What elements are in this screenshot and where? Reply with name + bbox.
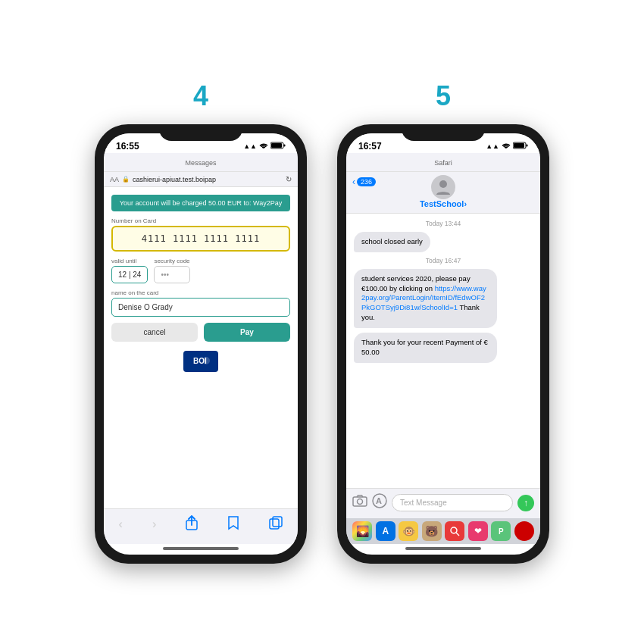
phone5-time: 16:57 (358, 141, 382, 152)
phone4-app-label: Messages (185, 159, 216, 167)
phone5-shell: 16:57 ▲▲ Safari (337, 124, 549, 564)
phone4-signal-icon: ▲▲ (243, 142, 257, 150)
card-number-section: Number on Card 4111 1111 1111 1111 (111, 217, 290, 252)
card-number-label: Number on Card (111, 217, 290, 224)
name-field[interactable]: Denise O Grady (111, 298, 290, 317)
kb-memoji-icon[interactable]: 🐵 (399, 521, 418, 541)
bookmarks-button[interactable] (227, 515, 239, 533)
messages-header: ‹ 236 TestSchool› (346, 172, 540, 214)
svg-point-5 (202, 357, 210, 364)
phone4-wifi-icon (259, 142, 268, 151)
browser-url[interactable]: cashierui-apiuat.test.boipap (133, 176, 283, 183)
security-label: security code (154, 258, 189, 264)
payment-content: Your account will be charged 50.00 EUR t… (104, 187, 298, 508)
phone5-screen: 16:57 ▲▲ Safari (346, 133, 540, 555)
card-number-field[interactable]: 4111 1111 1111 1111 (111, 226, 290, 252)
kb-search-icon[interactable] (445, 521, 464, 541)
send-icon: ↑ (524, 498, 528, 508)
phone4-notch (159, 124, 242, 141)
lock-icon: 🔒 (122, 176, 130, 183)
pay-button[interactable]: Pay (204, 323, 290, 342)
message-bubble-1: school closed early (354, 232, 430, 252)
contact-name[interactable]: TestSchool› (420, 199, 467, 208)
phone4-home-indicator (163, 547, 239, 550)
back-badge[interactable]: ‹ 236 (352, 177, 376, 187)
camera-icon[interactable] (352, 495, 367, 511)
boi-badge: BOI (183, 351, 218, 372)
svg-rect-1 (271, 143, 282, 148)
timestamp-1647: Today 16:47 (354, 257, 533, 264)
svg-point-14 (358, 499, 363, 505)
payment-buttons: cancel Pay (111, 323, 290, 342)
tabs-button[interactable] (269, 516, 283, 533)
svg-text:A: A (376, 496, 382, 505)
phone4-shell: 16:55 ▲▲ Messages (95, 124, 307, 564)
phone4-battery-icon (270, 142, 286, 151)
appstore-icon[interactable]: A (372, 493, 387, 512)
browser-aa[interactable]: AA (110, 176, 119, 183)
svg-rect-8 (273, 517, 282, 527)
name-section: name on the card Denise O Grady (111, 289, 290, 317)
phone5-status-icons: ▲▲ (486, 142, 528, 151)
unread-count-badge: 236 (357, 177, 376, 186)
kb-green-icon[interactable]: P (491, 521, 511, 541)
expiry-security-row: valid until 12 | 24 security code ••• (111, 258, 290, 283)
browser-bar[interactable]: AA 🔒 cashierui-apiuat.test.boipap ↻ (104, 172, 298, 187)
svg-rect-11 (527, 145, 528, 147)
step4-number: 4 (193, 80, 208, 112)
message-bubble-3: Thank you for your recent Payment of € 5… (354, 333, 497, 363)
kb-bear-icon[interactable]: 🐻 (422, 521, 442, 541)
svg-line-18 (456, 533, 459, 536)
phone5-section: 5 16:57 ▲▲ (337, 80, 549, 564)
phone5-wifi-icon (502, 142, 511, 151)
kb-photos-icon[interactable]: 🌄 (352, 521, 372, 541)
timestamp-1344: Today 13:44 (354, 220, 533, 227)
phone4-time: 16:55 (116, 141, 139, 152)
valid-section: valid until 12 | 24 (111, 258, 148, 283)
messages-body: Today 13:44 school closed early Today 16… (346, 214, 540, 488)
boi-logo: BOI (111, 351, 290, 372)
security-field[interactable]: ••• (154, 266, 189, 283)
kb-appstore-icon[interactable]: A (376, 521, 395, 541)
back-button[interactable]: ‹ (119, 517, 123, 531)
step5-number: 5 (436, 80, 451, 112)
kb-heart-icon[interactable]: ❤ (468, 521, 488, 541)
text-message-input[interactable]: Text Message (392, 494, 513, 511)
phone4-section: 4 16:55 ▲▲ (95, 80, 307, 564)
phone5-signal-icon: ▲▲ (486, 142, 499, 150)
share-button[interactable] (186, 515, 198, 533)
reload-icon[interactable]: ↻ (286, 175, 292, 183)
phone5-home-indicator (405, 547, 481, 550)
phone5-battery-icon (513, 142, 528, 151)
message-text-3: Thank you for your recent Payment of € 5… (361, 338, 488, 356)
svg-point-17 (451, 527, 457, 533)
contact-chevron: › (464, 199, 467, 208)
phone4-app-label-bar: Messages (104, 153, 298, 172)
boi-icon: BOI (191, 354, 211, 369)
phone4-screen: 16:55 ▲▲ Messages (104, 133, 298, 555)
svg-rect-7 (270, 519, 279, 529)
svg-rect-2 (284, 145, 286, 147)
valid-field[interactable]: 12 | 24 (111, 266, 148, 283)
phone5-app-label: Safari (434, 159, 452, 167)
phone5-notch (402, 124, 485, 141)
svg-rect-10 (514, 143, 524, 148)
back-chevron-icon: ‹ (352, 177, 355, 187)
phone4-status-icons: ▲▲ (243, 142, 286, 151)
forward-button[interactable]: › (152, 517, 156, 531)
message-bubble-2: student services 2020, please pay €100.0… (354, 269, 497, 328)
charge-notice: Your account will be charged 50.00 EUR t… (111, 195, 290, 211)
phone5-app-label-bar: Safari (346, 153, 540, 172)
messages-input-bar: A Text Message ↑ (346, 488, 540, 518)
message-text-1: school closed early (361, 237, 423, 245)
cancel-button[interactable]: cancel (111, 323, 198, 342)
main-container: 4 16:55 ▲▲ (80, 65, 564, 579)
name-label: name on the card (111, 289, 290, 296)
svg-point-12 (439, 180, 447, 188)
security-section: security code ••• (154, 258, 189, 283)
kb-red-icon[interactable] (514, 521, 534, 541)
valid-label: valid until (111, 258, 148, 264)
send-button[interactable]: ↑ (517, 495, 534, 511)
contact-avatar (431, 175, 455, 199)
contact-name-text: TestSchool (420, 199, 464, 208)
